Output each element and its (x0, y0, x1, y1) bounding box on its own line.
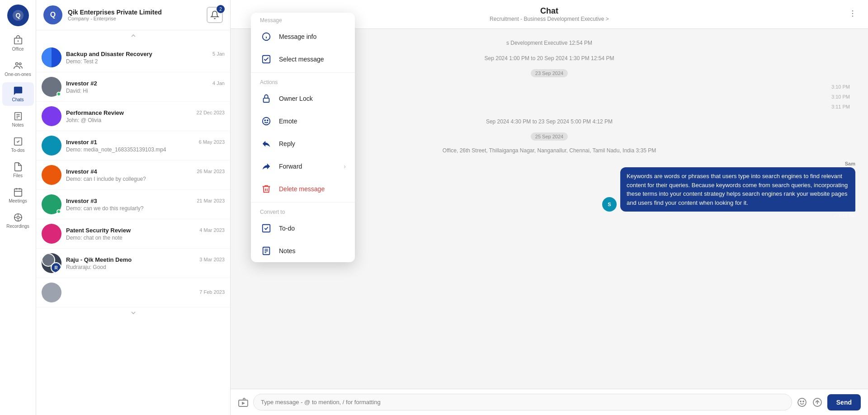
menu-item-delete-message[interactable]: Delete message (251, 178, 355, 200)
checkbox-icon (260, 53, 273, 66)
notes-icon (260, 245, 273, 257)
context-menu: Message Message info Select message Acti… (251, 13, 355, 262)
trash-icon (260, 183, 273, 195)
menu-section-message: Message (251, 13, 355, 25)
svg-point-35 (263, 118, 270, 125)
menu-label-message-info: Message info (279, 33, 316, 40)
menu-item-forward[interactable]: Forward › (251, 155, 355, 178)
todo-icon (260, 222, 273, 235)
menu-divider-2 (251, 202, 355, 203)
menu-label-owner-lock: Owner Lock (279, 95, 313, 102)
menu-item-todo[interactable]: To-do (251, 217, 355, 240)
forward-arrow-icon: › (344, 163, 346, 170)
menu-item-reply[interactable]: Reply (251, 132, 355, 155)
svg-rect-38 (263, 225, 270, 232)
lock-icon (260, 92, 273, 105)
svg-point-37 (267, 120, 268, 121)
menu-item-select-message[interactable]: Select message (251, 48, 355, 71)
svg-point-36 (264, 120, 265, 121)
menu-section-convert: Convert to (251, 204, 355, 217)
forward-icon (260, 160, 273, 173)
menu-label-notes: Notes (279, 247, 296, 255)
menu-label-emote: Emote (279, 118, 297, 125)
info-icon (260, 30, 273, 43)
svg-rect-34 (264, 98, 269, 102)
menu-item-owner-lock[interactable]: Owner Lock (251, 87, 355, 110)
menu-item-notes[interactable]: Notes (251, 240, 355, 262)
menu-section-actions: Actions (251, 75, 355, 87)
menu-label-todo: To-do (279, 225, 295, 232)
context-menu-overlay[interactable] (0, 0, 868, 415)
menu-label-forward: Forward (279, 163, 302, 170)
menu-item-emote[interactable]: Emote (251, 110, 355, 132)
menu-label-reply: Reply (279, 140, 295, 147)
reply-icon (260, 137, 273, 150)
menu-label-select-message: Select message (279, 56, 324, 63)
smile-icon (260, 115, 273, 127)
menu-divider-1 (251, 72, 355, 73)
menu-item-message-info[interactable]: Message info (251, 25, 355, 48)
menu-label-delete-message: Delete message (279, 185, 325, 193)
